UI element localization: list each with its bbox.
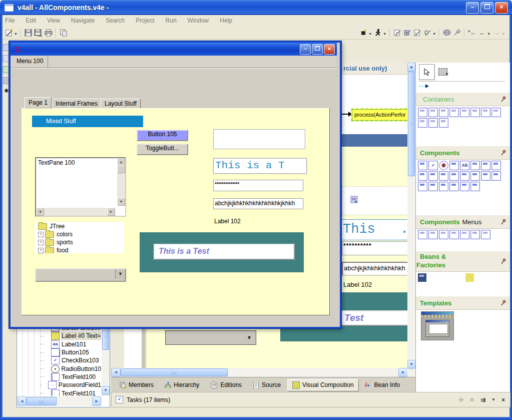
border-panel-icon[interactable]: [418, 118, 427, 128]
applet-close-button[interactable]: ×: [324, 44, 335, 55]
password-field-100[interactable]: **************: [213, 180, 303, 191]
pin-icon[interactable]: [500, 219, 506, 225]
tree-row[interactable]: RadioButton10: [17, 364, 101, 372]
jtree-root-row[interactable]: JTree: [35, 222, 124, 230]
table-check-icon[interactable]: [418, 171, 427, 181]
text-area-icon[interactable]: [449, 182, 459, 191]
maximize-button[interactable]: [480, 2, 493, 14]
empty-text-area[interactable]: [213, 129, 305, 149]
print-icon[interactable]: [44, 28, 54, 38]
expand-icon[interactable]: +: [38, 248, 44, 253]
tree-expander[interactable]: [45, 358, 50, 363]
create-applet-icon[interactable]: C: [422, 28, 432, 38]
textpane-left-icon[interactable]: ◄: [36, 208, 44, 216]
tree-expander[interactable]: [45, 390, 50, 396]
menu-item[interactable]: Window: [188, 17, 209, 24]
pin-icon[interactable]: [500, 150, 506, 156]
connection-tool[interactable]: [419, 83, 430, 91]
canvas-hscrollbar[interactable]: ◄ |||| ►: [111, 368, 408, 377]
combo-box-canvas[interactable]: ▼: [165, 330, 256, 345]
template-thumbnail[interactable]: [421, 311, 454, 340]
text-field-icon[interactable]: [470, 161, 480, 170]
run-icon[interactable]: [373, 28, 383, 38]
save-icon[interactable]: [24, 28, 34, 38]
templates-header[interactable]: Templates: [416, 296, 510, 310]
check-box-icon[interactable]: [428, 161, 438, 170]
create-interface-icon[interactable]: j: [412, 28, 422, 38]
radio-button-icon[interactable]: [439, 161, 448, 170]
textpane-up-icon[interactable]: ▲: [117, 158, 125, 166]
selected-bean-box[interactable]: [342, 186, 409, 215]
text-field-canvas[interactable]: abchjkjkhkhkhkhkhkh: [342, 262, 409, 276]
text-field-100[interactable]: abchjkjkhkhkhkhkhkhkhkjkhkh: [213, 198, 303, 209]
components-header[interactable]: Components: [416, 146, 510, 160]
go-forward-icon[interactable]: →: [491, 28, 501, 38]
scroll-pane-icon[interactable]: [428, 171, 438, 181]
pin-icon[interactable]: [500, 96, 506, 102]
run-dropdown-icon[interactable]: ▼: [383, 32, 386, 36]
combo-box-icon[interactable]: [481, 161, 490, 170]
textpane-vthumb[interactable]: [117, 166, 125, 173]
textpane-down-icon[interactable]: ▼: [117, 198, 125, 206]
label-icon[interactable]: [460, 161, 469, 170]
hscroll-thumb[interactable]: ||||: [121, 368, 228, 376]
jtree-component[interactable]: JTree + colors + sports + food: [35, 222, 124, 253]
pin-icon[interactable]: [500, 258, 506, 264]
tree-row[interactable]: Label101: [17, 340, 101, 348]
filter-tasks-icon[interactable]: ⇉: [480, 396, 485, 403]
menu-item[interactable]: Help: [220, 17, 232, 24]
serialized-bean-icon[interactable]: [465, 273, 474, 282]
list-menu-icon[interactable]: [481, 230, 490, 239]
browse-world-icon[interactable]: [442, 28, 452, 38]
vscroll-thumb[interactable]: ≡: [408, 72, 415, 176]
internal-frame-icon[interactable]: [470, 108, 480, 117]
pin-icon[interactable]: [500, 300, 506, 306]
tab-bean-info[interactable]: i● Bean Info: [361, 379, 404, 390]
back-dropdown-icon[interactable]: ▼: [487, 32, 490, 36]
tree-scroll-down-icon[interactable]: ▼: [102, 386, 110, 395]
frame-icon[interactable]: [428, 108, 438, 117]
tree-row[interactable]: TextField100: [17, 373, 101, 381]
tree-hscroll-thumb[interactable]: ||||: [27, 397, 57, 405]
toggle-button-icon[interactable]: [449, 161, 459, 170]
selection-tool[interactable]: [419, 64, 435, 80]
expand-icon[interactable]: +: [38, 232, 44, 237]
check-box-menu-item-icon[interactable]: [460, 230, 469, 239]
menu-item[interactable]: Edit: [26, 17, 36, 24]
tree-expander[interactable]: [45, 341, 50, 347]
column-panel-icon[interactable]: [439, 108, 448, 117]
beans-factories-header[interactable]: Beans & Factories: [416, 251, 510, 272]
tab-visual-composition[interactable]: Visual Composition: [287, 379, 359, 391]
grid-bag-panel-icon[interactable]: [428, 118, 438, 128]
textpane-right-icon[interactable]: ►: [107, 208, 115, 216]
expand-icon[interactable]: +: [38, 240, 44, 245]
menu-item[interactable]: Navigate: [71, 17, 95, 24]
fixed-panel-icon[interactable]: [481, 108, 490, 117]
applet-title-bar[interactable]: – ×: [11, 43, 337, 56]
textpane-hscroll[interactable]: ◄ ►: [36, 208, 115, 216]
radio-button-menu-item-icon[interactable]: [470, 230, 480, 239]
go-back-icon[interactable]: ←: [477, 28, 487, 38]
panel-icon[interactable]: [418, 108, 427, 117]
open-bracket-icon[interactable]: [437, 273, 445, 282]
applet-window[interactable]: – × Menu 100 Page 1 Internal Frames Layo…: [9, 41, 341, 328]
tree-row[interactable]: Label #0 Text=: [17, 332, 101, 340]
text-pane-100[interactable]: TextPane 100 ▲ ▼ ◄ ►: [35, 157, 126, 217]
new-dropdown-icon[interactable]: ▼: [14, 32, 18, 36]
swing-constants-icon[interactable]: [427, 273, 436, 282]
jtree-row[interactable]: + sports: [35, 238, 124, 246]
text-pane-icon[interactable]: [460, 182, 469, 191]
process-event-box[interactable]: process(ActionPerfor: [352, 109, 411, 121]
close-button[interactable]: ×: [495, 2, 508, 14]
tab-layout-stuff[interactable]: Layout Stuff: [101, 99, 141, 109]
slider-icon[interactable]: [491, 161, 501, 170]
tab-editions[interactable]: 1.0 Editions: [206, 379, 246, 391]
window-view-icon[interactable]: [491, 171, 501, 181]
tree-scroll-left-icon[interactable]: ◄: [18, 396, 27, 406]
menu-item-icon[interactable]: [449, 230, 459, 239]
tool-bar-icon[interactable]: [491, 108, 501, 117]
tab-internal-frames[interactable]: Internal Frames: [52, 99, 102, 109]
menu-item[interactable]: File: [5, 17, 15, 24]
copy-icon[interactable]: [59, 28, 69, 38]
new-wizard-icon[interactable]: [4, 28, 14, 38]
